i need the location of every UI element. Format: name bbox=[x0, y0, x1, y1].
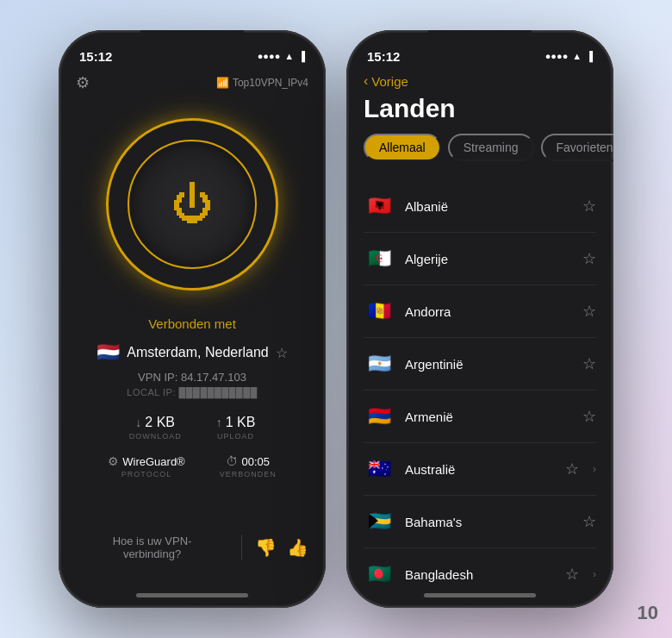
phone2: 15:12 ●●●● ▲ ▐ ‹ Vorige Landen Allemaal … bbox=[346, 30, 613, 608]
power-circle-outer bbox=[106, 118, 278, 291]
home-indicator-phone2 bbox=[424, 593, 536, 597]
country-item[interactable]: 🇦🇲Armenië☆ bbox=[364, 391, 596, 443]
signal-icon: ●●●● bbox=[258, 51, 281, 61]
wifi-icon2: ▲ bbox=[572, 51, 582, 61]
country-star-icon[interactable]: ☆ bbox=[565, 460, 579, 478]
local-ip: LOCAL IP: ███████████ bbox=[127, 387, 257, 397]
country-name: Andorra bbox=[405, 304, 572, 319]
filter-tabs: Allemaal Streaming Favorieten bbox=[364, 134, 596, 161]
feedback-text: Hoe is uw VPN-verbinding? bbox=[76, 535, 228, 560]
wifi-network-name: Top10VPN_IPv4 bbox=[233, 77, 308, 89]
status-icons-phone2: ●●●● ▲ ▐ bbox=[545, 51, 593, 61]
home-indicator-phone1 bbox=[136, 593, 248, 597]
country-flag: 🇧🇩 bbox=[364, 559, 395, 586]
upload-value: 1 KB bbox=[226, 415, 256, 430]
upload-label: UPLOAD bbox=[217, 432, 254, 441]
connected-time-item: ⏱ 00:05 VERBONDEN bbox=[220, 454, 277, 478]
download-label: DOWNLOAD bbox=[129, 432, 182, 441]
country-chevron-icon: › bbox=[593, 463, 596, 475]
protocol-row: ⚙ WireGuard® PROTOCOL ⏱ 00:05 VERBONDEN bbox=[108, 454, 276, 478]
battery-icon: ▐ bbox=[298, 51, 305, 61]
country-name: Armenië bbox=[405, 410, 572, 424]
status-icons-phone1: ●●●● ▲ ▐ bbox=[258, 51, 305, 61]
back-label: Vorige bbox=[371, 74, 408, 89]
download-arrow-icon: ↓ bbox=[135, 416, 141, 429]
country-item[interactable]: 🇦🇺Australië☆› bbox=[364, 443, 596, 496]
stats-row: ↓ 2 KB DOWNLOAD ↑ 1 KB UPLOAD bbox=[129, 415, 256, 441]
location-row: 🇳🇱 Amsterdam, Nederland ☆ bbox=[96, 341, 288, 364]
status-bar-phone1: 15:12 ●●●● ▲ ▐ bbox=[59, 30, 326, 73]
country-flag: 🇦🇺 bbox=[364, 453, 395, 485]
power-button[interactable]: ⏻ bbox=[106, 118, 278, 291]
tab-allemaal[interactable]: Allemaal bbox=[364, 134, 441, 161]
wifi-icon: ▲ bbox=[284, 51, 294, 61]
country-flag: 🇧🇸 bbox=[364, 506, 395, 537]
settings-icon[interactable]: ⚙ bbox=[76, 73, 90, 92]
download-stat: ↓ 2 KB DOWNLOAD bbox=[129, 415, 182, 441]
watermark: 10 bbox=[638, 602, 658, 624]
tab-favorieten[interactable]: Favorieten bbox=[541, 134, 613, 161]
location-name: Amsterdam, Nederland bbox=[127, 345, 269, 360]
country-flag: 🇦🇲 bbox=[364, 401, 395, 432]
country-flag: 🇦🇷 bbox=[364, 348, 395, 379]
country-item[interactable]: 🇩🇿Algerije☆ bbox=[364, 233, 596, 285]
feedback-divider bbox=[241, 535, 242, 560]
country-star-icon[interactable]: ☆ bbox=[582, 197, 596, 216]
country-name: Albanië bbox=[405, 199, 572, 214]
country-name: Algerije bbox=[405, 252, 572, 266]
time-phone2: 15:12 bbox=[367, 49, 400, 64]
country-flag: 🇦🇩 bbox=[364, 296, 395, 327]
upload-stat: ↑ 1 KB UPLOAD bbox=[216, 415, 256, 441]
phone2-content: ‹ Vorige Landen Allemaal Streaming Favor… bbox=[346, 73, 613, 586]
upload-arrow-icon: ↑ bbox=[216, 416, 222, 429]
connected-time-label: VERBONDEN bbox=[220, 470, 277, 478]
country-star-icon[interactable]: ☆ bbox=[565, 565, 579, 584]
wifi-label: 📶 Top10VPN_IPv4 bbox=[216, 77, 308, 89]
phone1: 15:12 ●●●● ▲ ▐ ⚙ 📶 Top10VPN_IPv4 ⏻ bbox=[59, 30, 326, 608]
status-bar-phone2: 15:12 ●●●● ▲ ▐ bbox=[346, 30, 613, 73]
download-value: 2 KB bbox=[145, 415, 175, 430]
country-star-icon[interactable]: ☆ bbox=[582, 354, 596, 373]
back-chevron-icon: ‹ bbox=[364, 73, 368, 89]
phone2-header: ‹ Vorige Landen Allemaal Streaming Favor… bbox=[346, 73, 613, 180]
vpn-ip: VPN IP: 84.17.47.103 bbox=[138, 371, 246, 384]
local-ip-value: ███████████ bbox=[179, 387, 258, 397]
connected-time: 00:05 bbox=[241, 455, 270, 468]
clock-icon: ⏱ bbox=[226, 454, 238, 468]
country-item[interactable]: 🇦🇷Argentinië☆ bbox=[364, 338, 596, 391]
country-name: Australië bbox=[405, 462, 555, 477]
country-item[interactable]: 🇧🇸Bahama's☆ bbox=[364, 496, 596, 548]
thumbdown-button[interactable]: 👎 bbox=[255, 537, 277, 558]
country-list: 🇦🇱Albanië☆🇩🇿Algerije☆🇦🇩Andorra☆🇦🇷Argenti… bbox=[346, 180, 613, 586]
country-item[interactable]: 🇦🇱Albanië☆ bbox=[364, 180, 596, 233]
protocol-name: WireGuard® bbox=[122, 455, 184, 468]
time-phone1: 15:12 bbox=[79, 49, 112, 64]
tab-streaming[interactable]: Streaming bbox=[448, 134, 534, 161]
phone1-content: ⚙ 📶 Top10VPN_IPv4 ⏻ Verbonden met 🇳🇱 Ams… bbox=[59, 73, 326, 586]
country-name: Argentinië bbox=[405, 357, 572, 372]
country-star-icon[interactable]: ☆ bbox=[582, 249, 596, 268]
country-item[interactable]: 🇧🇩Bangladesh☆› bbox=[364, 548, 596, 586]
local-ip-label: LOCAL IP: bbox=[127, 387, 176, 397]
netherlands-flag: 🇳🇱 bbox=[96, 341, 120, 364]
protocol-icon: ⚙ bbox=[108, 454, 119, 468]
page-title: Landen bbox=[364, 94, 596, 123]
country-item[interactable]: 🇦🇩Andorra☆ bbox=[364, 285, 596, 338]
protocol-item: ⚙ WireGuard® PROTOCOL bbox=[108, 454, 184, 478]
protocol-label: PROTOCOL bbox=[121, 470, 171, 478]
country-flag: 🇩🇿 bbox=[364, 243, 395, 274]
country-star-icon[interactable]: ☆ bbox=[582, 302, 596, 321]
feedback-thumbs: 👎 👍 bbox=[255, 537, 308, 558]
back-button[interactable]: ‹ Vorige bbox=[364, 73, 596, 89]
signal-icon2: ●●●● bbox=[545, 51, 569, 61]
country-star-icon[interactable]: ☆ bbox=[582, 407, 596, 426]
wifi-symbol: 📶 bbox=[216, 77, 229, 89]
country-name: Bahama's bbox=[405, 515, 572, 529]
country-star-icon[interactable]: ☆ bbox=[582, 512, 596, 531]
country-flag: 🇦🇱 bbox=[364, 191, 395, 222]
connected-label: Verbonden met bbox=[148, 316, 236, 331]
country-name: Bangladesh bbox=[405, 567, 555, 582]
thumbup-button[interactable]: 👍 bbox=[287, 537, 308, 558]
favorite-star-icon[interactable]: ☆ bbox=[276, 345, 288, 361]
battery-icon2: ▐ bbox=[586, 51, 593, 61]
